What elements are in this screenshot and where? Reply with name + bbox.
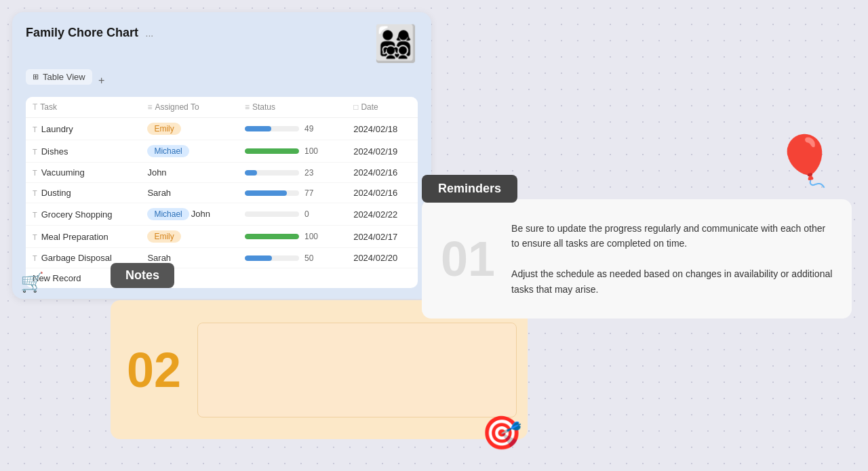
assignee-cell: MichaelJohn — [140, 203, 238, 226]
task-cell: TLaundry — [26, 118, 140, 140]
progress-fill — [245, 234, 299, 239]
table-row: TMeal PreparationEmily1002024/02/17 — [26, 226, 418, 248]
assignee-cell: Michael — [140, 140, 238, 163]
reminders-card: 01 Be sure to update the progress regula… — [422, 199, 852, 319]
assignee-cell: Sarah — [140, 183, 238, 203]
family-emoji: 👨‍👩‍👧‍👦 — [374, 26, 418, 61]
progress-cell: 100 — [245, 146, 340, 156]
table-row: TVacuumingJohn232024/02/16 — [26, 163, 418, 183]
date-cell: 2024/02/19 — [347, 140, 418, 163]
progress-number: 0 — [304, 209, 319, 219]
chore-chart-card: Family Chore Chart ... 👨‍👩‍👧‍👦 ⊞ Table V… — [12, 12, 431, 299]
date-cell: 2024/02/16 — [347, 163, 418, 183]
table-header-row: TTask ≡Assigned To ≡Status □Date — [26, 97, 418, 118]
progress-number: 77 — [304, 188, 319, 198]
row-type-icon: T — [33, 211, 37, 219]
table-row: TLaundryEmily492024/02/18 — [26, 118, 418, 140]
notes-number: 02 — [111, 342, 197, 398]
progress-bar — [245, 211, 299, 217]
progress-fill — [245, 170, 257, 176]
add-tab-button[interactable]: + — [95, 74, 108, 87]
table-row: TGrocery ShoppingMichaelJohn02024/02/22 — [26, 203, 418, 226]
table-view-label: Table View — [43, 72, 85, 82]
new-record-label[interactable]: New Record — [26, 268, 418, 289]
notes-content-area[interactable] — [197, 323, 517, 417]
cart-icon: 🛒 — [20, 271, 44, 293]
reminders-text-line1: Be sure to update the progress regularly… — [511, 221, 833, 251]
balloon-icon: 🎈 — [774, 132, 835, 190]
progress-bar — [245, 126, 299, 131]
status-cell: 23 — [238, 163, 347, 183]
table-row: TGarbage DisposalSarah502024/02/20 — [26, 248, 418, 268]
row-type-icon: T — [33, 233, 37, 241]
chore-title: Family Chore Chart — [26, 26, 138, 39]
progress-number: 100 — [304, 232, 319, 241]
progress-cell: 77 — [245, 188, 340, 198]
progress-bar — [245, 190, 299, 196]
assignee-tag: Sarah — [147, 253, 171, 263]
progress-bar — [245, 234, 299, 239]
progress-bar — [245, 148, 299, 154]
row-type-icon: T — [33, 148, 37, 156]
task-cell: TMeal Preparation — [26, 226, 140, 248]
reminders-text-line2: Adjust the schedule as needed based on c… — [511, 266, 833, 297]
table-view-tab[interactable]: ⊞ Table View — [26, 69, 92, 85]
task-cell: TDusting — [26, 183, 140, 203]
assignee-cell: Emily — [140, 118, 238, 140]
progress-fill — [245, 190, 287, 196]
progress-number: 100 — [304, 146, 319, 156]
table-row: TDishesMichael1002024/02/19 — [26, 140, 418, 163]
progress-cell: 0 — [245, 209, 340, 219]
status-cell: 49 — [238, 118, 347, 140]
chore-title-wrapper: Family Chore Chart ... — [26, 26, 153, 40]
new-record-row[interactable]: New Record — [26, 268, 418, 289]
task-cell: TDishes — [26, 140, 140, 163]
assignee-tag: John — [147, 167, 166, 178]
col-date: □Date — [347, 97, 418, 118]
progress-fill — [245, 126, 271, 131]
task-cell: TVacuuming — [26, 163, 140, 183]
date-cell: 2024/02/16 — [347, 183, 418, 203]
progress-bar — [245, 170, 299, 176]
col-task: TTask — [26, 97, 140, 118]
assignee-tag: Michael — [147, 145, 189, 157]
chore-table: TTask ≡Assigned To ≡Status □Date TLaundr… — [26, 97, 418, 288]
progress-cell: 49 — [245, 124, 340, 134]
reminders-text: Be sure to update the progress regularly… — [511, 221, 833, 297]
assignee-tag: John — [191, 209, 210, 219]
progress-number: 49 — [304, 124, 319, 134]
assignee-cell: John — [140, 163, 238, 183]
row-type-icon: T — [33, 169, 37, 177]
status-cell: 50 — [238, 248, 347, 268]
assignee-tag: Michael — [147, 208, 189, 220]
row-type-icon: T — [33, 189, 37, 197]
progress-number: 23 — [304, 168, 319, 178]
status-cell: 0 — [238, 203, 347, 226]
progress-fill — [245, 148, 299, 154]
date-cell: 2024/02/20 — [347, 248, 418, 268]
status-cell: 100 — [238, 226, 347, 248]
table-icon: ⊞ — [33, 73, 39, 81]
status-cell: 77 — [238, 183, 347, 203]
notes-card: 02 — [111, 300, 528, 439]
status-cell: 100 — [238, 140, 347, 163]
reminders-number: 01 — [441, 231, 495, 287]
assignee-tag: Emily — [147, 123, 180, 135]
date-cell: 2024/02/22 — [347, 203, 418, 226]
table-row: TDustingSarah772024/02/16 — [26, 183, 418, 203]
col-status: ≡Status — [238, 97, 347, 118]
reminders-header: Reminders — [422, 175, 517, 203]
chore-card-header: Family Chore Chart ... 👨‍👩‍👧‍👦 — [26, 26, 418, 61]
progress-bar — [245, 255, 299, 261]
progress-number: 50 — [304, 253, 319, 263]
progress-cell: 23 — [245, 168, 340, 178]
assignee-tag: Emily — [147, 230, 180, 243]
col-assigned: ≡Assigned To — [140, 97, 238, 118]
target-icon: 🎯 — [481, 414, 522, 452]
date-cell: 2024/02/17 — [347, 226, 418, 248]
row-type-icon: T — [33, 125, 37, 134]
row-type-icon: T — [33, 254, 37, 262]
assignee-tag: Sarah — [147, 188, 171, 198]
progress-fill — [245, 255, 272, 261]
chore-title-dots[interactable]: ... — [146, 28, 154, 39]
